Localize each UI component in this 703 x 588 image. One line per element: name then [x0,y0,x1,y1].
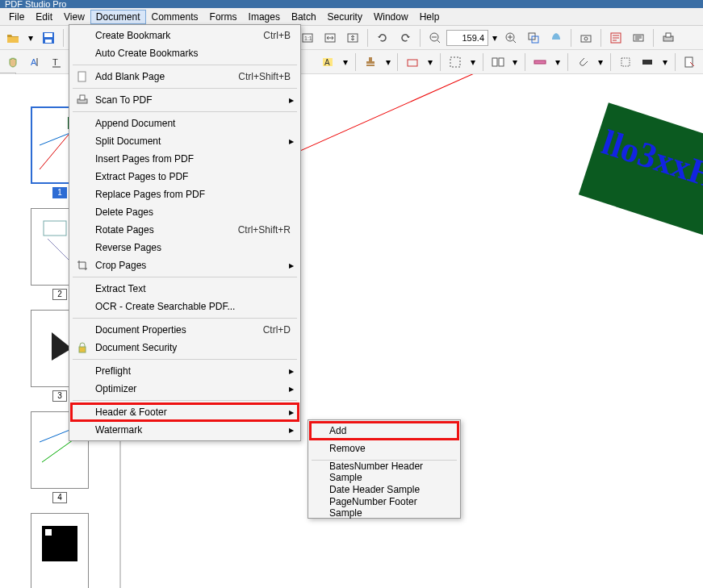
menu-item-insert-pages-from-pdf[interactable]: Insert Pages from PDF [71,150,299,168]
stamp-button[interactable] [361,52,380,72]
shape-button[interactable] [403,52,422,72]
menu-window[interactable]: Window [368,10,414,24]
rotate-ccw-button[interactable] [373,28,392,48]
menu-shortcut: Ctrl+B [263,30,291,41]
open-dropdown[interactable]: ▾ [26,28,36,48]
submenu-item-remove[interactable]: Remove [310,440,458,457]
menu-item-watermark[interactable]: Watermark▶ [71,421,299,439]
form-button[interactable] [606,28,626,48]
typewriter-button[interactable]: T [48,52,68,72]
menu-item-split-document[interactable]: Split Document▶ [71,132,299,150]
menu-item-auto-create-bookmarks[interactable]: Auto Create Bookmarks [71,44,299,62]
submenu-item-add[interactable]: Add [310,422,458,440]
menu-item-label: Append Document [95,118,175,129]
link-button[interactable] [616,52,635,72]
menu-item-append-document[interactable]: Append Document [71,115,299,132]
measure-drop[interactable]: ▾ [553,52,563,72]
compare-button[interactable] [488,52,508,72]
text-select-button[interactable]: A [26,52,45,72]
zoom-dropdown[interactable]: ▾ [490,28,500,48]
shape-drop[interactable]: ▾ [425,52,435,72]
menu-item-crop-pages[interactable]: Crop Pages▶ [71,256,299,274]
submenu-arrow-icon: ▶ [289,427,294,434]
save-button[interactable] [39,28,58,48]
redact-button[interactable] [638,52,657,72]
zoom-input[interactable] [446,30,488,46]
menu-item-reverse-pages[interactable]: Reverse Pages [71,239,299,256]
loupe-button[interactable] [524,28,543,48]
highlight-drop[interactable]: ▾ [341,52,350,72]
compare-drop[interactable]: ▾ [511,52,521,72]
separator [525,53,525,71]
menu-forms[interactable]: Forms [204,10,243,24]
menu-item-add-blank-page[interactable]: Add Blank PageCtrl+Shift+B [71,68,299,85]
edit-content-button[interactable] [680,52,700,72]
attach-drop[interactable]: ▾ [596,52,605,72]
menu-item-optimizer[interactable]: Optimizer▶ [71,380,299,398]
menu-file[interactable]: File [3,10,30,24]
attach-button[interactable] [573,52,592,72]
submenu-item-batesnumber-header-sample[interactable]: BatesNumber Header Sample [310,463,458,481]
menu-document[interactable]: Document [90,10,146,24]
hand-tool-button[interactable] [3,52,23,72]
fit-width-button[interactable] [320,28,340,48]
thumbnail[interactable] [31,513,89,588]
menu-item-rotate-pages[interactable]: Rotate PagesCtrl+Shift+R [71,221,299,239]
submenu-item-label: Add [329,425,346,436]
menu-item-header-footer[interactable]: Header & Footer▶ [71,403,299,421]
submenu-arrow-icon: ▶ [289,368,294,375]
stamp-drop[interactable]: ▾ [383,52,393,72]
svg-rect-21 [366,65,375,66]
menu-item-ocr-create-searchable-pdf[interactable]: OCR - Create Searchable PDF... [71,298,299,315]
menu-comments[interactable]: Comments [146,10,204,24]
title-text: PDF Studio Pro [5,0,66,8]
svg-rect-28 [642,60,652,65]
menu-divider [73,400,297,401]
zoom-out-button[interactable] [425,28,445,48]
menu-shortcut: Ctrl+D [263,324,291,336]
menu-item-scan-to-pdf[interactable]: Scan To PDF▶ [71,91,299,109]
scan-button[interactable] [659,28,678,48]
menu-item-replace-pages-from-pdf[interactable]: Replace Pages from PDF [71,186,299,203]
menu-item-document-security[interactable]: Document Security [71,339,299,357]
menu-item-label: Document Security [95,342,177,353]
open-button[interactable] [3,28,23,48]
menu-item-label: Insert Pages from PDF [95,153,194,165]
submenu-item-pagenumber-footer-sample[interactable]: PageNumber Footer Sample [310,498,458,516]
menu-item-delete-pages[interactable]: Delete Pages [71,203,299,221]
menu-security[interactable]: Security [322,10,368,24]
menu-divider [73,277,297,277]
menu-item-label: Crop Pages [95,260,146,271]
menu-item-label: Document Properties [95,324,186,336]
menu-item-extract-pages-to-pdf[interactable]: Extract Pages to PDF [71,168,299,186]
separator [610,53,611,71]
fit-page-button[interactable] [343,28,362,48]
zoom-in-button[interactable] [501,28,521,48]
menu-item-extract-text[interactable]: Extract Text [71,280,299,298]
redact-drop[interactable]: ▾ [660,52,670,72]
area-button[interactable] [446,52,465,72]
measure-button[interactable] [530,52,550,72]
rotate-cw-button[interactable] [395,28,415,48]
separator [440,53,441,71]
highlight-button[interactable]: A [318,52,337,72]
menu-divider [73,359,297,360]
snapshot-button[interactable] [576,28,596,48]
menu-item-label: Replace Pages from PDF [95,189,205,200]
page-icon [76,70,89,83]
pan-zoom-button[interactable] [546,28,566,48]
menu-item-label: Optimizer [95,383,136,394]
menu-help[interactable]: Help [414,10,446,24]
svg-rect-16 [666,33,671,37]
menu-item-preflight[interactable]: Preflight▶ [71,362,299,380]
menu-item-document-properties[interactable]: Document PropertiesCtrl+D [71,321,299,339]
menu-view[interactable]: View [58,10,90,24]
menu-item-label: Delete Pages [95,206,153,218]
menu-shortcut: Ctrl+Shift+B [238,71,291,82]
form-text-button[interactable] [629,28,648,48]
menu-edit[interactable]: Edit [30,10,58,24]
menu-images[interactable]: Images [243,10,286,24]
area-drop[interactable]: ▾ [468,52,478,72]
menu-batch[interactable]: Batch [286,10,322,24]
menu-item-create-bookmark[interactable]: Create BookmarkCtrl+B [71,27,299,44]
